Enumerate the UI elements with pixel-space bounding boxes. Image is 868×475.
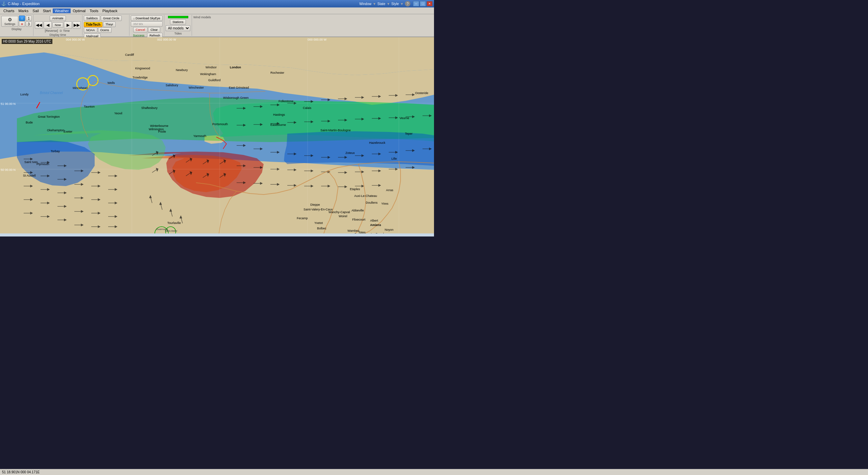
num1-button[interactable]: 1 — [26, 16, 32, 21]
theyr-button[interactable]: Theyr — [103, 22, 116, 27]
menu-start[interactable]: Start — [41, 8, 53, 13]
svg-text:Auxi-Le-Chateau: Auxi-Le-Chateau — [354, 194, 377, 198]
toolbar: ⚙ Settings i 1 ✕ 3 Display Animate ◀◀ ◀ — [0, 14, 434, 37]
animate-button[interactable]: Animate — [50, 16, 66, 21]
style-menu[interactable]: Style — [391, 2, 399, 6]
reverse-button[interactable]: ◀◀ — [35, 21, 43, 29]
svg-text:Oosteride: Oosteride — [415, 91, 428, 95]
cancel-button[interactable]: Cancel — [133, 27, 147, 32]
back-button[interactable]: ◀ — [44, 21, 52, 29]
menu-charts[interactable]: Charts — [1, 8, 16, 13]
svg-text:Yvetot: Yvetot — [314, 221, 323, 225]
menu-tools[interactable]: Tools — [88, 8, 100, 13]
svg-text:Winterbourne: Winterbourne — [150, 124, 168, 128]
svg-text:Taunton: Taunton — [84, 105, 95, 108]
svg-text:Shaftesbury: Shaftesbury — [141, 106, 158, 110]
svg-text:Saint-Helier: Saint-Helier — [165, 230, 177, 232]
menu-weather[interactable]: Weather — [53, 8, 71, 13]
menu-optimal[interactable]: Optimal — [71, 8, 88, 13]
observations-section: ↓ Download SkyEye XM Wx Cancel Clear Suc… — [129, 15, 164, 36]
close-button[interactable]: ✕ — [427, 1, 433, 6]
svg-text:Wambez: Wambez — [347, 229, 360, 232]
forward-button[interactable]: ▶ — [64, 21, 72, 29]
svg-text:Doullens: Doullens — [366, 201, 378, 204]
stations-button[interactable]: Stations — [170, 19, 186, 25]
svg-text:Lille: Lille — [391, 157, 397, 160]
svg-text:Totes: Totes — [358, 231, 366, 233]
grib-source-section: Saildocs Great Circle TideTech Theyr NOA… — [82, 15, 129, 36]
svg-text:Noyon: Noyon — [385, 228, 393, 231]
svg-text:Bolbec: Bolbec — [317, 227, 327, 230]
now-button[interactable]: Now — [52, 22, 63, 28]
svg-text:Trowbridge: Trowbridge — [132, 76, 148, 79]
svg-text:St Austell: St Austell — [23, 174, 36, 177]
wind-models-label: Wind models — [193, 16, 211, 19]
clear-button[interactable]: Clear — [148, 27, 160, 32]
svg-text:Wanchy-Capval: Wanchy-Capval — [329, 210, 350, 214]
svg-text:Etaples: Etaples — [350, 187, 360, 191]
svg-text:Folkestone: Folkestone — [279, 99, 293, 103]
svg-text:Bristol Channel: Bristol Channel — [40, 91, 63, 95]
svg-text:Yarmouth: Yarmouth — [193, 134, 206, 138]
info-button[interactable]: i — [19, 16, 25, 21]
fast-forward-button[interactable]: ▶▶ — [73, 21, 81, 29]
great-circle-button[interactable]: Great Circle — [101, 16, 122, 21]
svg-text:51 00.00 N: 51 00.00 N — [1, 102, 16, 106]
time-display: H0 0000 Sun 29 May 2016 UTC — [2, 39, 52, 44]
svg-text:Kingswood: Kingswood — [135, 67, 150, 70]
svg-text:Lundy: Lundy — [20, 93, 29, 96]
svg-text:Albert: Albert — [370, 219, 378, 222]
num3-button[interactable]: 3 — [26, 21, 32, 27]
svg-text:Abbeville: Abbeville — [352, 209, 364, 212]
svg-text:Amiens: Amiens — [370, 223, 381, 227]
svg-text:Windsor: Windsor — [206, 66, 217, 69]
svg-text:Yeovil: Yeovil — [114, 112, 122, 115]
window-menu[interactable]: Window — [359, 2, 371, 6]
svg-text:Wells: Wells — [107, 81, 115, 85]
svg-text:Newbury: Newbury — [176, 68, 188, 72]
menubar: Charts Marks Sail Start Weather Optimal … — [0, 7, 434, 14]
xm-wx-button[interactable]: XM Wx — [131, 21, 163, 27]
titlebar: ⚓ C-Map - Expedition Window ▼ State ▼ St… — [0, 0, 434, 7]
svg-text:Great Torrington: Great Torrington — [38, 115, 60, 118]
noaa-button[interactable]: NOAA — [84, 27, 97, 33]
svg-text:Hastings: Hastings — [273, 113, 285, 116]
help-icon[interactable]: ? — [405, 1, 410, 6]
svg-text:East Grinstead: East Grinstead — [229, 86, 249, 89]
ocens-button[interactable]: Ocens — [98, 27, 112, 33]
svg-text:Ytres: Ytres — [381, 202, 389, 205]
minimize-button[interactable]: ─ — [413, 1, 419, 6]
svg-text:Hazebrouck: Hazebrouck — [369, 141, 386, 144]
svg-text:Wilmington: Wilmington — [149, 128, 164, 131]
close-small-button[interactable]: ✕ — [19, 21, 25, 27]
svg-text:002 000.00 W: 002 000.00 W — [157, 38, 176, 41]
svg-text:Tourlaville: Tourlaville — [167, 221, 181, 225]
svg-text:Cardiff: Cardiff — [125, 53, 134, 56]
svg-text:Rochester: Rochester — [270, 71, 284, 74]
svg-text:Arras: Arras — [386, 188, 393, 192]
wind-model-select[interactable]: All models — [166, 25, 190, 31]
menu-playback[interactable]: Playback — [100, 8, 120, 13]
maximize-button[interactable]: □ — [420, 1, 426, 6]
svg-text:Fecamp: Fecamp — [297, 217, 308, 220]
svg-text:Torbay: Torbay — [51, 150, 60, 153]
svg-text:Okehampton: Okehampton — [47, 129, 65, 132]
time-button[interactable]: ⊙ Time — [59, 29, 70, 32]
svg-text:Veurne: Veurne — [400, 116, 409, 120]
svg-text:Wokingham: Wokingham — [200, 72, 216, 76]
svg-text:Zoteux: Zoteux — [345, 151, 355, 155]
svg-text:Teper: Teper — [405, 132, 413, 135]
display-time-label: Display time — [50, 33, 66, 37]
tidetech-button[interactable]: TideTech — [84, 22, 102, 27]
svg-text:Winchester: Winchester — [189, 86, 204, 89]
saildocs-button[interactable]: Saildocs — [84, 16, 100, 21]
svg-text:Eastbourne: Eastbourne — [270, 123, 286, 127]
settings-button[interactable]: ⚙ Settings — [1, 16, 18, 27]
download-skyeye-button[interactable]: ↓ Download SkyEye — [131, 16, 163, 21]
svg-text:50 00.00 N: 50 00.00 N — [1, 168, 16, 172]
state-menu[interactable]: State — [378, 2, 385, 6]
menu-sail[interactable]: Sail — [30, 8, 41, 13]
menu-marks[interactable]: Marks — [16, 8, 30, 13]
map-area[interactable]: 004 000.00 W 002 000.00 W 000 000.00 W 5… — [0, 37, 434, 236]
svg-text:Guildford: Guildford — [208, 78, 221, 82]
